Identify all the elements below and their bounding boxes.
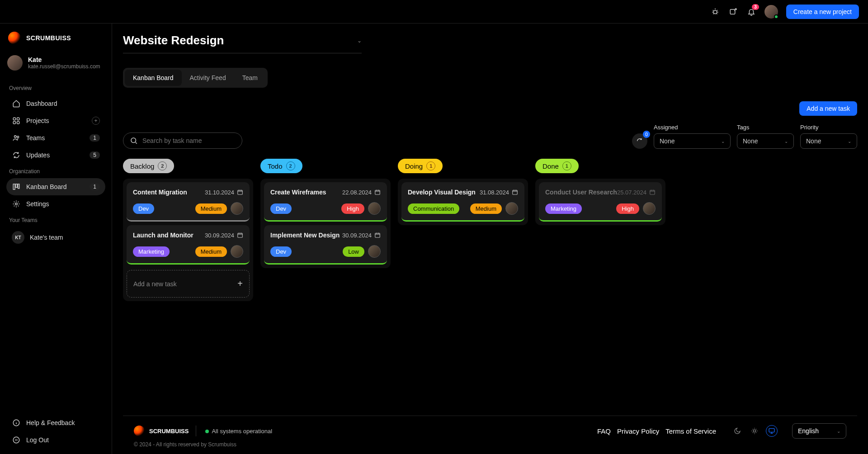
tab-kanban[interactable]: Kanban Board [125,70,182,86]
tag-chip: Dev [270,246,292,257]
user-email: kate.russell@scrumbuiss.com [28,63,100,70]
card-date: 31.08.2024 [480,189,518,196]
search-input[interactable] [142,137,236,144]
project-selector[interactable]: Website Redesign ⌄ [123,33,362,53]
svg-point-21 [753,430,755,432]
footer-links: FAQ Privacy Policy Terms of Service [597,427,716,435]
task-card[interactable]: Create Wireframes 22.08.2024 Dev High [264,182,387,222]
svg-rect-17 [375,190,380,194]
tag-chip: Marketing [545,203,582,214]
card-title: Develop Visual Design [408,189,476,196]
svg-point-6 [14,136,17,138]
user-avatar [7,55,23,71]
filter-priority-select[interactable]: None⌄ [800,133,857,149]
search-box[interactable] [123,132,242,149]
create-project-button[interactable]: Create a new project [786,5,859,19]
moon-icon[interactable] [731,425,743,437]
card-title: Content Migration [133,189,187,196]
assignee-avatar [505,202,518,215]
monitor-icon[interactable] [766,425,778,437]
share-icon[interactable] [728,7,738,17]
column-header-doing[interactable]: Doing 1 [398,159,443,173]
footer-faq[interactable]: FAQ [597,427,611,435]
column-doing: Doing 1 Develop Visual Design 31.08.2024… [398,159,528,225]
svg-rect-22 [769,429,774,432]
system-status[interactable]: All systems operational [205,428,272,435]
filter-assigned-label: Assigned [654,124,731,131]
nav-help[interactable]: Help & Feedback [6,414,105,431]
column-header-done[interactable]: Done 1 [535,159,579,173]
task-card[interactable]: Content Migration 31.10.2024 Dev Medium [127,182,250,222]
priority-chip: Medium [195,246,227,257]
kanban-board: Backlog 2 Content Migration 31.10.2024 D… [123,159,857,301]
column-done: Done 1 Conduct User Research 25.07.2024 … [535,159,665,225]
nav-updates[interactable]: Updates 5 [6,147,105,164]
footer-brand[interactable]: SCRUMBUISS [134,426,196,436]
sidebar-user[interactable]: Kate kate.russell@scrumbuiss.com [6,55,105,71]
task-card[interactable]: Develop Visual Design 31.08.2024 Communi… [401,182,524,222]
svg-point-14 [131,138,136,143]
nav-label: Teams [26,134,45,142]
filter-row: 0 Assigned None⌄ Tags None⌄ Priority Non… [123,124,857,149]
add-project-icon[interactable]: + [92,117,100,125]
refresh-icon [12,151,21,160]
nav-label: Log Out [26,436,49,444]
user-avatar-top[interactable] [764,5,778,19]
home-icon [12,99,21,108]
bug-icon[interactable] [710,7,720,17]
tag-chip: Dev [270,203,292,214]
tab-team[interactable]: Team [234,70,266,86]
nav-logout[interactable]: Log Out [6,431,105,449]
svg-rect-1 [730,9,735,14]
nav-badge: 5 [90,151,100,159]
svg-rect-5 [17,122,19,124]
filter-assigned-select[interactable]: None⌄ [654,133,731,149]
nav-projects[interactable]: Projects + [6,112,105,129]
brand[interactable]: SCRUMBUISS [6,32,105,44]
calendar-icon [374,232,381,238]
theme-switcher [731,425,778,437]
add-task-button[interactable]: Add a new task [799,101,857,116]
add-task-card[interactable]: Add a new task + [127,270,250,298]
filter-tags-select[interactable]: None⌄ [737,133,794,149]
logout-icon [12,435,21,445]
nav-label: Settings [26,200,49,208]
tab-activity[interactable]: Activity Feed [182,70,234,86]
section-organization: Organization [9,168,105,175]
nav-badge: 1 [90,183,100,190]
task-card[interactable]: Launch and Monitor 30.09.2024 Marketing … [127,225,250,265]
notifications-icon[interactable]: 3 [746,7,756,17]
column-header-backlog[interactable]: Backlog 2 [123,159,174,173]
nav-label: Kate's team [30,234,63,241]
nav-kanban[interactable]: Kanban Board 1 [6,178,105,195]
nav-badge: 1 [90,134,100,142]
nav-label: Help & Feedback [26,419,75,426]
card-date: 30.09.2024 [205,232,243,239]
task-card[interactable]: Implement New Design 30.09.2024 Dev Low [264,225,387,265]
users-icon [12,133,21,142]
footer-terms[interactable]: Terms of Service [665,427,716,435]
chevron-down-icon: ⌄ [721,139,725,144]
refresh-filters-button[interactable]: 0 [632,133,647,149]
filter-tags-label: Tags [737,124,794,131]
view-tabs: Kanban Board Activity Feed Team [123,68,268,88]
plus-icon: + [237,279,243,289]
footer-privacy[interactable]: Privacy Policy [617,427,659,435]
top-header: 3 Create a new project [0,0,868,24]
nav-label: Projects [26,117,49,124]
nav-teams[interactable]: Teams 1 [6,129,105,147]
column-header-todo[interactable]: Todo 2 [260,159,302,173]
priority-chip: High [616,203,639,214]
sun-icon[interactable] [749,425,760,437]
svg-rect-3 [17,118,19,120]
assignee-avatar [231,202,243,215]
task-card[interactable]: Conduct User Research 25.07.2024 Marketi… [539,182,662,222]
presence-indicator [774,14,778,19]
nav-settings[interactable]: Settings [6,195,105,213]
nav-dashboard[interactable]: Dashboard [6,95,105,112]
nav-label: Dashboard [26,100,57,107]
language-select[interactable]: English⌄ [792,423,846,439]
nav-team-kate[interactable]: KT Kate's team [6,227,105,248]
svg-rect-4 [13,122,15,124]
main-content: Website Redesign ⌄ Kanban Board Activity… [112,24,868,454]
